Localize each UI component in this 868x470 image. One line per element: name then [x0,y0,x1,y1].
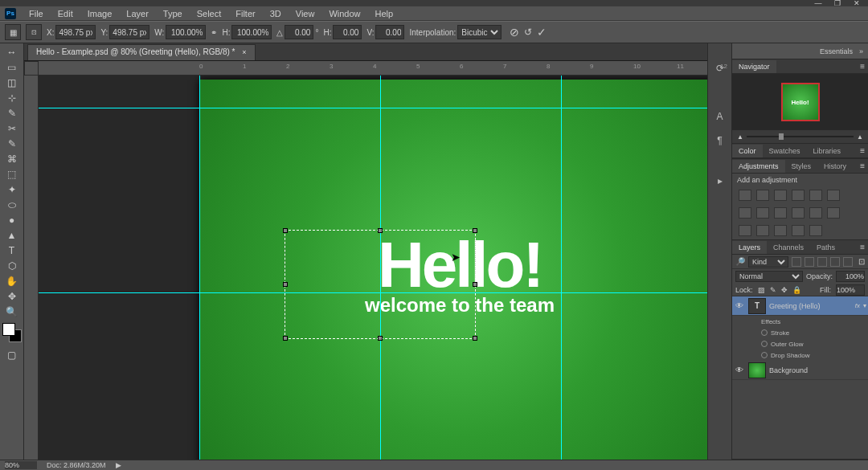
transform-icon[interactable]: ▦ [5,24,21,40]
layer-name[interactable]: Greeting (Hello) [769,302,852,310]
lock-transparency-icon[interactable]: ▨ [758,286,765,294]
tab-adjustments[interactable]: Adjustments [732,160,785,173]
x-input[interactable] [55,25,96,39]
navigator-preview[interactable]: Hello! [732,74,868,130]
reference-point-icon[interactable]: ⊡ [26,24,42,40]
healing-tool[interactable]: ✎ [2,137,22,151]
stamp-tool[interactable]: ⬚ [2,167,22,182]
search-icon[interactable]: » [859,47,863,55]
menu-3d[interactable]: 3D [264,7,288,20]
layer-fx-badge[interactable]: fx [855,302,860,309]
curves-icon[interactable] [774,190,787,201]
actions-icon[interactable]: ▸ [711,172,729,190]
status-play-icon[interactable]: ▶ [116,461,121,469]
document-tab[interactable]: Hello - Example.psd @ 80% (Greeting (Hel… [27,44,256,60]
menu-select[interactable]: Select [190,7,228,20]
foreground-color-swatch[interactable] [2,323,15,336]
character-icon[interactable]: A [711,108,729,125]
opacity-input[interactable] [836,271,865,282]
guide-horizontal[interactable] [39,108,707,108]
lock-all-icon[interactable]: 🔒 [792,286,801,294]
filter-toggle-icon[interactable]: ⊡ [858,257,865,266]
effect-drop-shadow[interactable]: Drop Shadow [732,349,868,361]
pen-tool[interactable]: ▲ [2,228,22,243]
zoom-in-icon[interactable]: ▲ [857,133,863,141]
panel-menu-icon[interactable]: ≡ [857,161,868,170]
effects-header[interactable]: Effects [732,316,868,327]
y-input[interactable] [109,25,149,39]
layer-row-greeting[interactable]: 👁 T Greeting (Hello) fx ▾ [732,296,868,316]
window-maximize[interactable]: ❐ [829,0,845,6]
adj-icon[interactable] [792,225,805,236]
eraser-tool[interactable]: ⬭ [2,198,22,212]
h-input[interactable] [231,25,272,39]
lock-position-icon[interactable]: ✥ [781,286,788,294]
panel-menu-icon[interactable]: ≡ [857,62,868,71]
close-icon[interactable]: × [242,48,246,56]
zoom-out-icon[interactable]: ▲ [737,133,743,141]
ruler-horizontal[interactable]: 0 1 2 3 4 5 6 7 8 9 10 11 12 [39,61,707,76]
menu-help[interactable]: Help [369,7,400,20]
interpolation-select[interactable]: Bicubic [457,25,502,39]
paragraph-icon[interactable]: ¶ [711,132,729,149]
effect-outer-glow[interactable]: Outer Glow [732,338,868,349]
filter-icon[interactable]: 🔎 [735,257,745,266]
tab-color[interactable]: Color [732,145,763,157]
guide-vertical[interactable] [199,76,200,460]
fill-input[interactable] [836,284,865,296]
shape-tool[interactable]: ⬡ [2,259,22,273]
filter-pixel-icon[interactable] [792,257,801,267]
crop-tool[interactable]: ✎ [2,106,22,121]
menu-type[interactable]: Type [157,7,189,20]
cancel-transform-icon[interactable]: ⊘ [510,26,519,39]
canvas-area[interactable]: Hello! welcome to the team [39,76,707,460]
menu-filter[interactable]: Filter [229,7,261,20]
effect-toggle-icon[interactable] [761,352,768,358]
ruler-origin[interactable] [24,61,39,76]
ruler-vertical[interactable] [24,76,39,460]
photo-filter-icon[interactable] [756,207,769,219]
move-tool[interactable]: ↔ [2,45,22,59]
bw-icon[interactable] [739,207,751,219]
panel-menu-icon[interactable]: ≡ [857,146,868,155]
rotate-view-tool[interactable]: ✥ [2,289,22,304]
menu-layer[interactable]: Layer [120,7,155,20]
tab-styles[interactable]: Styles [785,160,818,173]
gradient-map-icon[interactable] [756,225,769,236]
zoom-slider-track[interactable] [747,136,854,137]
workspace-label[interactable]: Essentials [820,47,853,55]
tab-history[interactable]: History [817,160,853,173]
effect-stroke[interactable]: Stroke [732,327,868,338]
eyedropper-tool[interactable]: ✂ [2,121,22,136]
zoom-input[interactable] [5,461,37,469]
blend-mode-select[interactable]: Normal [735,271,803,282]
zoom-slider-thumb[interactable] [779,133,784,140]
visibility-icon[interactable]: 👁 [734,301,745,310]
layer-name[interactable]: Background [769,366,866,374]
filter-adjust-icon[interactable] [805,257,814,267]
filter-smart-icon[interactable] [843,257,853,267]
doc-size-label[interactable]: Doc: 2.86M/3.20M [47,461,106,469]
hue-icon[interactable] [827,190,840,201]
effect-toggle-icon[interactable] [761,329,768,336]
exposure-icon[interactable] [792,190,805,201]
adj-icon[interactable] [809,225,822,236]
brightness-icon[interactable] [739,190,751,201]
menu-image[interactable]: Image [81,7,119,20]
filter-shape-icon[interactable] [830,257,840,267]
tab-layers[interactable]: Layers [732,241,767,254]
channel-mixer-icon[interactable] [774,207,787,219]
gradient-tool[interactable]: ● [2,213,22,227]
menu-view[interactable]: View [289,7,321,20]
screen-mode-icon[interactable]: ▢ [2,348,22,362]
lasso-tool[interactable]: ◫ [2,76,22,90]
history-brush-tool[interactable]: ✦ [2,182,22,197]
tab-swatches[interactable]: Swatches [763,145,807,157]
window-minimize[interactable]: — [810,0,826,6]
effect-toggle-icon[interactable] [761,341,768,347]
guide-vertical[interactable] [561,76,562,460]
type-tool[interactable]: T [2,243,22,258]
color-swatches[interactable] [2,323,22,342]
invert-icon[interactable] [809,207,822,219]
window-close[interactable]: ✕ [849,0,865,6]
